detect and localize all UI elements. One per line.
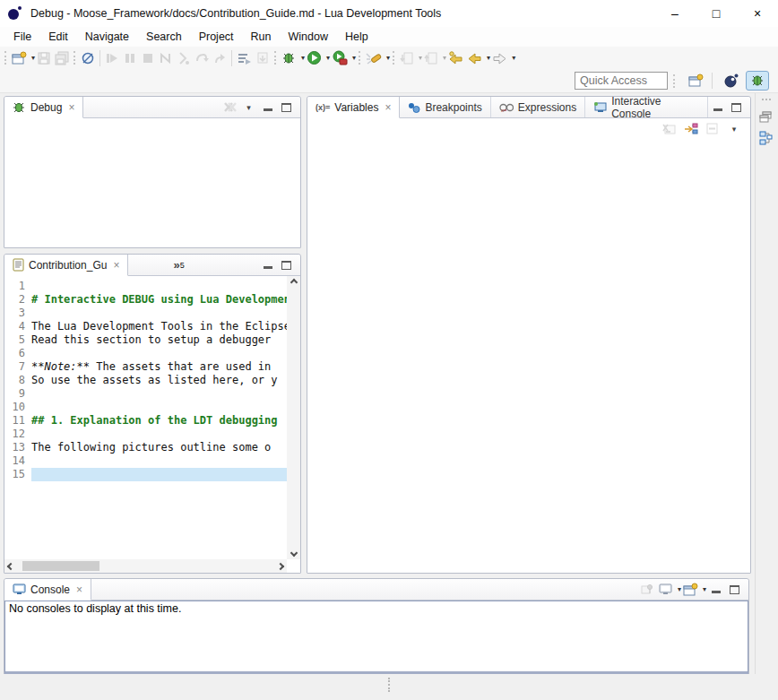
display-console-icon xyxy=(659,583,672,595)
flashlight-icon xyxy=(366,51,382,65)
tab-expressions[interactable]: x= Expressions xyxy=(491,97,585,117)
drop-to-frame-button[interactable] xyxy=(254,48,272,68)
menu-edit[interactable]: Edit xyxy=(40,29,77,45)
menu-file[interactable]: File xyxy=(5,29,40,45)
editor-text-area[interactable]: 1 2# Interactive DEBUG using Lua Develop… xyxy=(4,280,287,559)
save-all-button[interactable] xyxy=(53,48,71,68)
scroll-left-icon[interactable] xyxy=(7,562,14,569)
open-perspective-button[interactable] xyxy=(684,71,707,91)
status-bar xyxy=(0,674,778,700)
debug-view-menu-button[interactable]: ▾ xyxy=(239,99,258,117)
debug-perspective-button[interactable] xyxy=(746,71,769,91)
new-wizard-button[interactable] xyxy=(10,48,29,68)
variables-maximize-button[interactable] xyxy=(727,99,746,117)
editor-body[interactable]: 1 2# Interactive DEBUG using Lua Develop… xyxy=(4,276,300,573)
forward-button[interactable] xyxy=(490,48,509,68)
step-into-button[interactable] xyxy=(175,48,193,68)
console-minimize-button[interactable] xyxy=(706,581,725,599)
menu-search[interactable]: Search xyxy=(138,29,191,45)
toolbar-separator xyxy=(231,50,232,66)
tab-breakpoints[interactable]: Breakpoints xyxy=(400,97,490,117)
menu-project[interactable]: Project xyxy=(191,29,243,45)
save-button[interactable] xyxy=(35,48,53,68)
console-content[interactable]: No consoles to display at this time. xyxy=(4,601,748,674)
open-console-button[interactable] xyxy=(681,581,700,599)
editor-minimize-button[interactable] xyxy=(258,256,277,274)
status-drag-handle[interactable] xyxy=(388,678,390,692)
save-all-icon xyxy=(55,51,69,65)
search-dropdown-arrow[interactable]: ▾ xyxy=(386,54,390,62)
skip-all-breakpoints-button[interactable] xyxy=(79,48,97,68)
suspend-button[interactable] xyxy=(121,48,139,68)
forward-dropdown-arrow[interactable]: ▾ xyxy=(512,54,515,62)
resume-button[interactable] xyxy=(103,48,121,68)
next-annotation-button[interactable] xyxy=(398,48,416,68)
back-button[interactable] xyxy=(465,48,484,68)
use-step-filters-button[interactable] xyxy=(235,48,254,68)
editor-more-tabs[interactable]: »5 xyxy=(128,255,184,275)
tab-editor-close-icon[interactable]: × xyxy=(113,260,119,271)
console-panel: Console × ▾ ▾ No consoles to display at … xyxy=(4,578,749,675)
run-external-tools-button[interactable] xyxy=(330,48,350,68)
remove-terminated-launches-button[interactable] xyxy=(220,99,239,117)
step-into-icon xyxy=(177,51,191,65)
last-edit-location-button[interactable] xyxy=(446,48,465,68)
tab-console-close-icon[interactable]: × xyxy=(76,584,82,595)
debug-perspective-icon xyxy=(750,73,765,88)
restore-view-button[interactable] xyxy=(757,108,775,125)
editor-maximize-button[interactable] xyxy=(277,256,296,274)
remove-terminated-icon xyxy=(223,101,238,114)
debug-minimize-button[interactable] xyxy=(258,99,277,117)
resume-icon xyxy=(105,51,119,65)
trim-drag-handle[interactable] xyxy=(762,99,771,100)
search-button[interactable] xyxy=(364,48,384,68)
console-maximize-button[interactable] xyxy=(725,581,744,599)
show-type-names-button[interactable] xyxy=(659,120,680,138)
menu-navigate[interactable]: Navigate xyxy=(77,29,138,45)
tab-debug[interactable]: Debug × xyxy=(4,97,83,118)
maximize-icon xyxy=(281,261,291,270)
scroll-up-icon[interactable] xyxy=(290,279,297,286)
lua-perspective-button[interactable] xyxy=(720,71,743,91)
debug-button[interactable] xyxy=(280,48,298,68)
scroll-right-icon[interactable] xyxy=(277,562,284,569)
external-tools-dropdown-arrow[interactable]: ▾ xyxy=(352,54,356,62)
debug-maximize-button[interactable] xyxy=(277,99,296,117)
tab-debug-close-icon[interactable]: × xyxy=(68,102,74,113)
interactive-console-icon xyxy=(593,101,607,113)
run-button[interactable] xyxy=(305,48,324,68)
window-close-button[interactable]: × xyxy=(737,0,778,27)
menu-help[interactable]: Help xyxy=(337,29,377,45)
scrollbar-thumb[interactable] xyxy=(22,561,99,571)
outline-view-button[interactable] xyxy=(757,129,775,147)
menu-window[interactable]: Window xyxy=(281,29,337,45)
main-toolbar: ▾ ▾ ▾ ▾ xyxy=(0,47,778,69)
pin-console-button[interactable] xyxy=(637,581,656,599)
tab-console[interactable]: Console × xyxy=(4,579,91,601)
scroll-down-icon[interactable] xyxy=(290,549,297,557)
debug-view-panel: Debug × ▾ xyxy=(4,96,301,248)
collapse-all-button[interactable] xyxy=(702,120,723,138)
show-logical-structure-button[interactable] xyxy=(680,120,702,138)
editor-vertical-scrollbar[interactable] xyxy=(287,276,300,559)
window-minimize-button[interactable]: – xyxy=(654,0,696,27)
step-return-icon xyxy=(212,51,227,65)
debug-view-content xyxy=(4,118,300,247)
variables-minimize-button[interactable] xyxy=(708,99,727,117)
disconnect-button[interactable] xyxy=(157,48,175,68)
terminate-button[interactable] xyxy=(139,48,157,68)
quick-access-input[interactable] xyxy=(575,72,668,90)
variables-view-menu-button[interactable]: ▾ xyxy=(723,120,745,138)
tab-variables-close-icon[interactable]: × xyxy=(385,102,391,113)
tab-editor-contribution-guide[interactable]: Contribution_Gu × xyxy=(4,255,128,276)
window-maximize-button[interactable]: □ xyxy=(696,0,737,27)
step-return-button[interactable] xyxy=(211,48,229,68)
menu-run[interactable]: Run xyxy=(243,29,281,45)
tab-interactive-console[interactable]: Interactive Console xyxy=(585,97,708,117)
previous-annotation-dropdown-arrow[interactable]: ▾ xyxy=(443,54,446,62)
previous-annotation-button[interactable] xyxy=(422,48,440,68)
step-over-button[interactable] xyxy=(193,48,211,68)
tab-variables[interactable]: (x)= Variables × xyxy=(307,97,400,118)
display-selected-console-button[interactable] xyxy=(656,581,675,599)
editor-horizontal-scrollbar[interactable] xyxy=(4,559,287,573)
